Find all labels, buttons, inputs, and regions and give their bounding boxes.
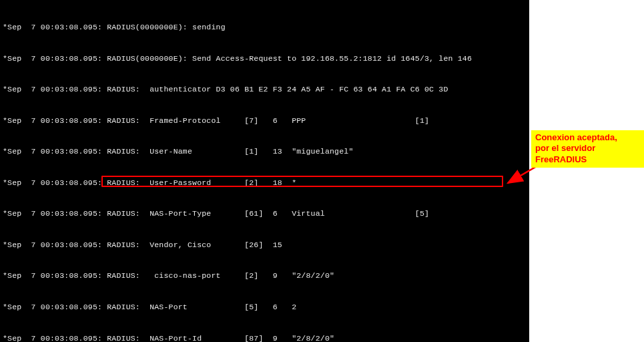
log-line: *Sep 7 00:03:08.095: RADIUS: NAS-Port-Ty… <box>3 208 527 219</box>
log-line: *Sep 7 00:03:08.095: RADIUS: NAS-Port [5… <box>3 302 527 313</box>
log-line: *Sep 7 00:03:08.095: RADIUS: NAS-Port-Id… <box>3 333 527 343</box>
annotation-text: Conexion aceptada, <box>535 132 640 143</box>
annotation-text: por el servidor FreeRADIUS <box>535 143 640 165</box>
log-line: *Sep 7 00:03:08.095: RADIUS(0000000E): s… <box>3 22 527 33</box>
log-line: *Sep 7 00:03:08.095: RADIUS: Vendor, Cis… <box>3 240 527 250</box>
log-line: *Sep 7 00:03:08.095: RADIUS: Framed-Prot… <box>3 116 527 126</box>
terminal-output: *Sep 7 00:03:08.095: RADIUS(0000000E): s… <box>0 0 529 342</box>
log-line: *Sep 7 00:03:08.095: RADIUS: cisco-nas-p… <box>3 271 527 281</box>
log-line: *Sep 7 00:03:08.095: RADIUS: User-Passwo… <box>3 178 527 188</box>
log-line: *Sep 7 00:03:08.095: RADIUS: authenticat… <box>3 84 527 95</box>
log-line: *Sep 7 00:03:08.095: RADIUS(0000000E): S… <box>3 53 527 64</box>
annotation-label: Conexion aceptada, por el servidor FreeR… <box>531 130 644 168</box>
log-line: *Sep 7 00:03:08.095: RADIUS: User-Name [… <box>3 146 527 157</box>
